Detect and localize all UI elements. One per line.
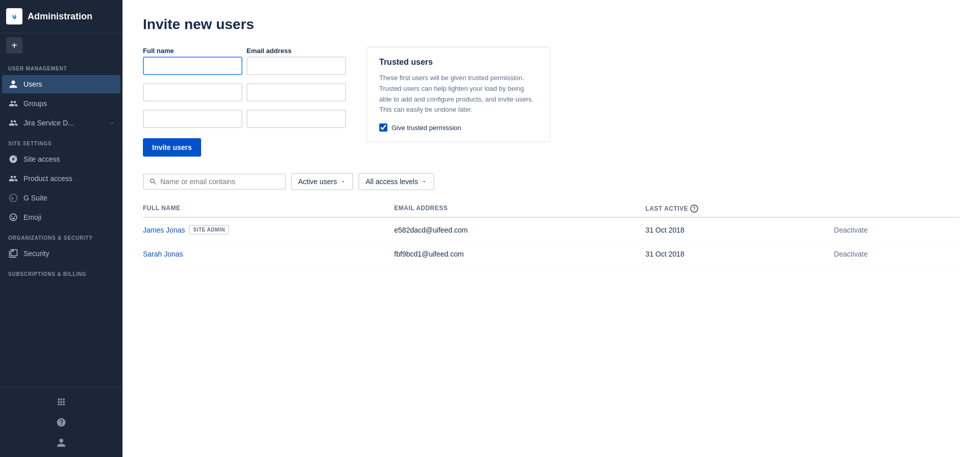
trusted-card-title: Trusted users bbox=[379, 58, 537, 67]
col-header-email: Email address bbox=[394, 205, 645, 213]
trusted-permission-label: Give trusted permission bbox=[391, 124, 461, 132]
svg-text:G: G bbox=[11, 196, 14, 200]
svg-point-0 bbox=[14, 156, 17, 158]
active-users-filter[interactable]: Active users bbox=[291, 173, 353, 190]
last-active-cell-2: 31 Oct 2018 bbox=[646, 250, 834, 258]
sidebar-header: Administration bbox=[0, 0, 122, 33]
users-table-section: Active users All access levels Full name… bbox=[143, 173, 960, 266]
security-icon bbox=[8, 248, 18, 259]
user-name-link-2[interactable]: Sarah Jonas bbox=[143, 250, 394, 258]
full-name-input-1[interactable] bbox=[143, 57, 242, 75]
email-cell-2: fbf9bcd1@uifeed.com bbox=[394, 250, 645, 258]
sidebar-item-security[interactable]: Security bbox=[2, 244, 120, 263]
action-cell-2: Deactivate bbox=[834, 249, 960, 259]
email-label: Email address bbox=[247, 47, 346, 55]
sidebar-item-product-access[interactable]: Product access bbox=[2, 169, 120, 188]
user-name-link-1[interactable]: James Jonas bbox=[143, 226, 185, 234]
col-header-fullname: Full name bbox=[143, 205, 394, 213]
email-cell-1: e582dacd@uifeed.com bbox=[394, 226, 645, 234]
sidebar-item-jira-service[interactable]: Jira Service D... → bbox=[2, 114, 120, 132]
action-cell-1: Deactivate bbox=[834, 225, 960, 235]
full-name-col-1: Full name bbox=[143, 47, 242, 79]
sidebar-item-gsuite[interactable]: G G Suite bbox=[2, 189, 120, 207]
sidebar-item-site-access-label: Site access bbox=[23, 155, 114, 163]
add-button[interactable]: + bbox=[6, 37, 22, 54]
fields-grid: Full name Email address bbox=[143, 47, 346, 132]
help-nav-item[interactable] bbox=[0, 412, 122, 433]
sidebar-item-jira-label: Jira Service D... bbox=[23, 119, 103, 127]
site-access-icon bbox=[8, 154, 18, 164]
user-icon bbox=[8, 79, 18, 89]
sidebar-item-site-access[interactable]: Site access bbox=[2, 150, 120, 168]
chevron-down-icon bbox=[340, 179, 346, 185]
main-content: Invite new users Full name Email address bbox=[122, 0, 980, 457]
invite-users-button[interactable]: Invite users bbox=[143, 138, 201, 157]
sidebar-item-users[interactable]: Users bbox=[2, 75, 120, 93]
emoji-icon bbox=[8, 212, 18, 222]
section-label-subscriptions: Subscriptions & Billing bbox=[0, 263, 122, 280]
email-input-1[interactable] bbox=[247, 57, 346, 75]
trusted-users-card: Trusted users These first users will be … bbox=[366, 47, 550, 142]
jira-service-icon bbox=[8, 118, 18, 128]
last-active-cell-1: 31 Oct 2018 bbox=[646, 226, 834, 234]
gsuite-icon: G bbox=[8, 193, 18, 203]
sidebar-item-gsuite-label: G Suite bbox=[23, 194, 114, 202]
sidebar-title: Administration bbox=[28, 11, 92, 22]
search-box[interactable] bbox=[143, 173, 286, 190]
col-header-actions bbox=[834, 205, 960, 213]
full-name-col-2 bbox=[143, 83, 242, 106]
chevron-down-icon-2 bbox=[421, 179, 427, 185]
account-icon bbox=[56, 438, 66, 448]
group-icon bbox=[8, 98, 18, 109]
full-name-input-3[interactable] bbox=[143, 110, 242, 128]
sidebar-item-groups[interactable]: Groups bbox=[2, 94, 120, 113]
trusted-permission-checkbox[interactable] bbox=[379, 123, 387, 132]
apps-nav-item[interactable] bbox=[0, 392, 122, 412]
access-levels-filter[interactable]: All access levels bbox=[358, 173, 434, 190]
email-input-2[interactable] bbox=[247, 83, 346, 101]
product-access-icon bbox=[8, 173, 18, 184]
invite-form-section: Full name Email address bbox=[143, 47, 960, 157]
sidebar-item-users-label: Users bbox=[23, 80, 114, 88]
section-label-orgs-security: Organizations & Security bbox=[0, 227, 122, 244]
full-name-input-2[interactable] bbox=[143, 83, 242, 101]
search-input[interactable] bbox=[160, 177, 280, 186]
access-levels-label: All access levels bbox=[365, 177, 418, 186]
deactivate-link-2[interactable]: Deactivate bbox=[834, 250, 868, 258]
sidebar-item-emoji-label: Emoji bbox=[23, 213, 114, 221]
sidebar-item-jira-arrow: → bbox=[108, 119, 114, 126]
sidebar: Administration + User Management Users G… bbox=[0, 0, 122, 457]
table-row: Sarah Jonas fbf9bcd1@uifeed.com 31 Oct 2… bbox=[143, 242, 960, 266]
help-icon bbox=[56, 417, 66, 427]
search-icon bbox=[149, 177, 157, 186]
table-row: James Jonas SITE ADMIN e582dacd@uifeed.c… bbox=[143, 218, 960, 242]
email-col-3 bbox=[247, 110, 346, 132]
active-users-label: Active users bbox=[298, 177, 337, 186]
trusted-permission-row: Give trusted permission bbox=[379, 123, 537, 132]
invite-fields: Full name Email address bbox=[143, 47, 346, 157]
atlassian-logo bbox=[6, 8, 22, 24]
full-name-label: Full name bbox=[143, 47, 242, 55]
section-label-site-settings: Site Settings bbox=[0, 133, 122, 149]
sidebar-item-product-access-label: Product access bbox=[23, 174, 114, 183]
deactivate-link-1[interactable]: Deactivate bbox=[834, 226, 868, 234]
email-col-2 bbox=[247, 83, 346, 106]
full-name-col-3 bbox=[143, 110, 242, 132]
sidebar-item-emoji[interactable]: Emoji bbox=[2, 208, 120, 226]
account-nav-item[interactable] bbox=[0, 433, 122, 453]
user-name-cell-2: Sarah Jonas bbox=[143, 250, 394, 258]
sidebar-item-groups-label: Groups bbox=[23, 99, 114, 108]
table-header: Full name Email address Last active ? bbox=[143, 200, 960, 218]
trusted-card-description: These first users will be given trusted … bbox=[379, 73, 537, 115]
user-name-cell-1: James Jonas SITE ADMIN bbox=[143, 225, 394, 235]
apps-icon bbox=[56, 397, 66, 407]
email-col-1: Email address bbox=[247, 47, 346, 79]
sidebar-item-security-label: Security bbox=[23, 249, 114, 258]
last-active-info-icon[interactable]: ? bbox=[690, 205, 698, 213]
site-admin-badge: SITE ADMIN bbox=[189, 225, 229, 235]
section-label-user-management: User Management bbox=[0, 58, 122, 74]
email-input-3[interactable] bbox=[247, 110, 346, 128]
col-header-lastactive: Last active ? bbox=[646, 205, 834, 213]
sidebar-bottom bbox=[0, 387, 122, 457]
filter-row: Active users All access levels bbox=[143, 173, 960, 190]
